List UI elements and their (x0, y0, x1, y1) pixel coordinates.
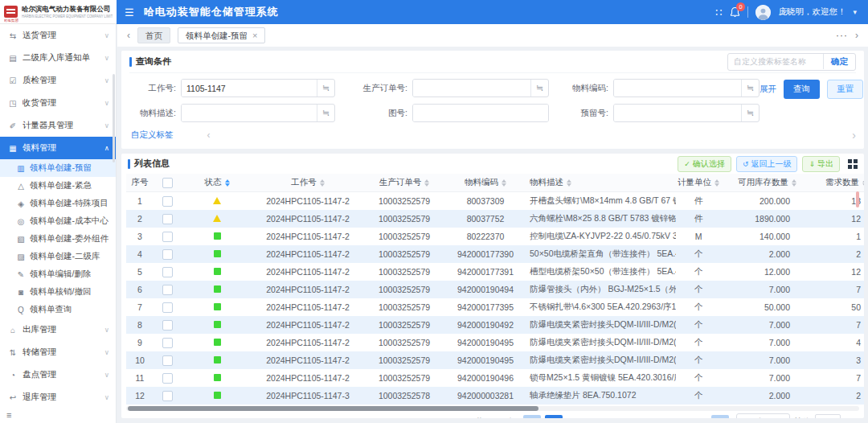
sidebar-item-secondary-inbound-notice[interactable]: ▤二级库入库通知单∨ (0, 47, 116, 69)
column-header-material-desc[interactable]: 物料描述 (525, 174, 676, 192)
page-button[interactable]: 1 (545, 415, 563, 418)
fullscreen-icon[interactable]: ∷ (715, 6, 723, 18)
user-menu-caret-icon[interactable]: ▾ (853, 8, 857, 16)
production-order-no-input[interactable] (413, 80, 530, 97)
row-checkbox[interactable] (162, 249, 173, 260)
sidebar-item-verify-withdraw[interactable]: ◙领料单核销/撤回 (0, 283, 116, 301)
cell-material-code: 942000177390 (457, 249, 514, 259)
sidebar-item-outbound[interactable]: ⌂出库管理∨ (0, 318, 116, 341)
column-header-demand-qty[interactable]: 需求数量 (808, 174, 864, 192)
tab-more-icon[interactable]: ··· (836, 30, 848, 41)
sidebar-item-create-reserve[interactable]: ▥领料单创建-预留 (0, 159, 116, 177)
next-page-button[interactable]: › (711, 415, 729, 418)
sidebar-item-delivery[interactable]: ⇆送货管理∨ (0, 24, 116, 47)
row-checkbox[interactable] (162, 232, 173, 242)
sidebar-item-create-secondary[interactable]: ▨领料单创建-二级库 (0, 248, 116, 265)
page-size-select[interactable]: 200条/页 ▾ (736, 413, 789, 418)
custom-tag-input[interactable] (728, 57, 823, 66)
sort-icon[interactable] (225, 179, 230, 187)
prev-page-button[interactable]: ‹ (523, 415, 541, 418)
confirm-button[interactable]: 确定 (823, 54, 855, 69)
menu-collapse-icon[interactable]: ☰ (125, 6, 134, 18)
goto-page-input[interactable] (815, 414, 841, 419)
drawing-no-input[interactable] (413, 105, 548, 121)
column-settings-icon[interactable] (848, 159, 858, 169)
page-button[interactable]: 2 (567, 415, 584, 418)
material-desc-input[interactable] (182, 105, 317, 121)
sort-icon[interactable] (792, 179, 796, 187)
expand-link[interactable]: 展开 (760, 84, 776, 95)
sidebar-item-create-cost-center[interactable]: ◎领料单创建-成本中心 (0, 212, 116, 230)
row-checkbox[interactable] (162, 338, 173, 348)
sidebar-item-requisition[interactable]: ▦领料管理∧ (0, 137, 116, 159)
column-header-material-code[interactable]: 物料编码 (446, 174, 525, 192)
scrollbar-thumb[interactable] (128, 406, 538, 411)
tab-next-icon[interactable]: › (855, 30, 858, 41)
row-checkbox[interactable] (162, 302, 173, 313)
column-header-stock-qty[interactable]: 可用库存数量 (721, 174, 808, 192)
reset-button[interactable]: 重置 (827, 80, 863, 99)
column-header-work-no[interactable]: 工作号 (253, 174, 362, 192)
sidebar-collapse-icon[interactable]: ≡ (6, 410, 11, 420)
filter-icon[interactable]: ≒ (741, 105, 759, 121)
sidebar-item-transfer[interactable]: ⇅转储管理∨ (0, 341, 116, 363)
sidebar-item-edit-delete[interactable]: ✎领料单编辑/删除 (0, 265, 116, 283)
sidebar-item-return[interactable]: ↩退库管理∨ (0, 386, 116, 409)
sidebar-item-stocktake[interactable]: ◔盘点管理∨ (0, 363, 116, 386)
sidebar-item-create-urgent[interactable]: △领料单创建-紧急 (0, 177, 116, 195)
custom-tag-link[interactable]: 自定义标签 (131, 129, 174, 141)
sidebar-item-create-special[interactable]: ◈领料单创建-特殊项目 (0, 195, 116, 212)
sort-icon[interactable] (320, 179, 325, 187)
page-button[interactable]: 6 (653, 415, 671, 418)
sort-icon[interactable] (502, 179, 506, 187)
sort-icon[interactable] (567, 179, 571, 187)
filter-icon[interactable]: ≒ (741, 80, 759, 97)
export-button[interactable]: ⇓ 导出 (802, 156, 840, 172)
filter-icon[interactable]: ≒ (530, 80, 548, 97)
chevron-left-icon[interactable]: ‹ (207, 129, 211, 141)
back-one-level-button[interactable]: ↺ 返回上一级 (736, 156, 798, 172)
row-checkbox[interactable] (162, 196, 173, 207)
close-icon[interactable]: × (252, 28, 257, 43)
row-checkbox[interactable] (162, 267, 173, 277)
row-checkbox[interactable] (162, 320, 173, 331)
filter-icon[interactable]: ≒ (317, 80, 334, 97)
avatar[interactable] (755, 5, 771, 20)
sidebar-item-create-outsourced[interactable]: ▧领料单创建-委外组件 (0, 230, 116, 248)
work-no-input[interactable] (182, 80, 317, 97)
page-button[interactable]: 4 (610, 415, 628, 418)
material-code-input[interactable] (614, 80, 741, 97)
page-button[interactable]: 3 (588, 415, 606, 418)
column-header-order-no[interactable]: 生产订单号 (362, 174, 446, 192)
column-header-unit[interactable]: 计量单位 (676, 174, 721, 192)
row-checkbox[interactable] (162, 214, 173, 224)
sidebar-scrollbar[interactable] (113, 74, 115, 162)
sort-icon[interactable] (424, 179, 429, 187)
row-checkbox[interactable] (162, 391, 173, 401)
header-checkbox[interactable] (162, 178, 173, 188)
tab-home[interactable]: 首页 (137, 27, 170, 43)
reserve-no-input[interactable] (614, 105, 741, 121)
vertical-scrollbar[interactable] (856, 191, 859, 207)
tab-back-icon[interactable]: ‹ (127, 30, 130, 41)
sort-icon[interactable] (862, 179, 864, 187)
chevron-right-icon[interactable]: › (852, 129, 856, 142)
sidebar-item-receiving[interactable]: ◳收货管理∨ (0, 92, 116, 114)
search-button[interactable]: 查询 (784, 80, 820, 99)
tab-requisition-create-reserve[interactable]: 领料单创建-预留 × (178, 27, 265, 43)
sidebar-item-measuring-tools[interactable]: ✐计量器具管理∨ (0, 114, 116, 137)
row-checkbox[interactable] (162, 373, 173, 384)
row-checkbox[interactable] (162, 355, 173, 366)
page-button[interactable]: 12 (690, 415, 707, 418)
column-header-status[interactable]: 状态 (181, 174, 253, 192)
cell-unit: 个 (694, 355, 703, 364)
confirm-select-button[interactable]: ✓ 确认选择 (678, 156, 731, 172)
row-checkbox[interactable] (162, 285, 173, 295)
sidebar-item-quality-inspection[interactable]: ☑质检管理∨ (0, 69, 116, 92)
page-button[interactable]: 5 (632, 415, 649, 418)
cell-demand-qty: 1 (856, 232, 861, 241)
filter-icon[interactable]: ≒ (317, 105, 334, 121)
sort-icon[interactable] (714, 179, 719, 187)
notification-bell-icon[interactable]: 0 (730, 6, 740, 18)
sidebar-item-query[interactable]: Q领料单查询 (0, 301, 116, 318)
